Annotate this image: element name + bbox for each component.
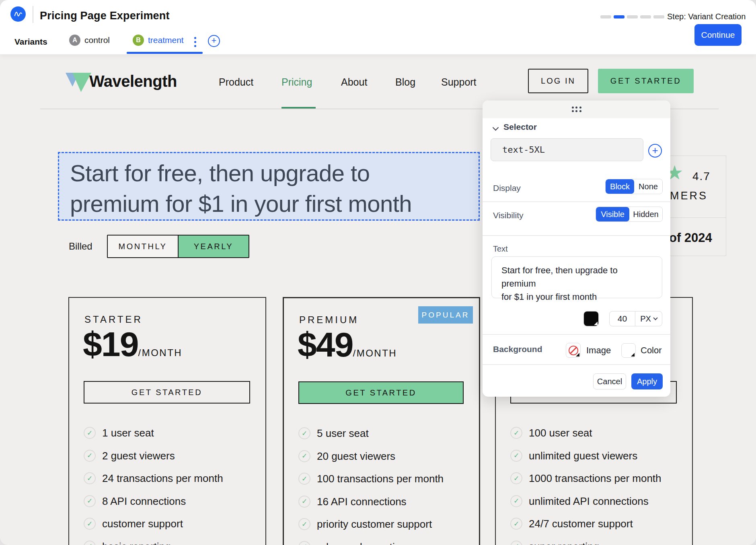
feature-item: ✓basic reporting (69, 541, 265, 545)
plan-price: $49 (298, 325, 353, 365)
feature-text: 1000 transactions per month (529, 472, 662, 484)
feature-item: ✓24 transactions per month (69, 472, 265, 485)
feature-text: 8 API connections (102, 495, 186, 507)
active-tab-underline (127, 52, 203, 54)
background-image-swatch[interactable] (566, 343, 581, 358)
element-editor-panel: Selector + Display Block None Visibility… (483, 100, 670, 397)
feature-item: ✓100 transactions per month (284, 473, 479, 485)
variant-menu-icon[interactable] (193, 36, 197, 48)
add-variant-button[interactable]: + (208, 35, 220, 47)
font-size-input[interactable] (610, 311, 635, 326)
display-segmented-control: Block None (605, 179, 663, 194)
text-color-swatch[interactable] (584, 311, 598, 326)
plan-period: /MONTH (353, 348, 397, 359)
plan-card-starter: STARTER $19 /MONTH GET STARTED ✓1 user s… (68, 297, 266, 545)
check-icon: ✓ (84, 495, 96, 507)
step-progress-bar (600, 15, 664, 18)
variant-tab-control[interactable]: A control (69, 35, 110, 46)
feature-item: ✓2 guest viewers (69, 450, 265, 462)
feature-item: ✓5 user seat (284, 427, 479, 440)
plan-price: $19 (83, 324, 138, 364)
feature-item: ✓24/7 customer support (496, 518, 692, 530)
get-started-nav-button[interactable]: GET STARTED (598, 69, 694, 93)
text-input-line2: for $1 in your first month (501, 290, 652, 303)
nav-link-blog[interactable]: Blog (395, 76, 415, 88)
feature-item: ✓16 API connections (284, 496, 479, 508)
feature-item: ✓super reporting (496, 541, 692, 545)
variants-label: Variants (14, 37, 47, 47)
text-input-line1: Start for free, then upgrade to premium (501, 264, 652, 290)
progress-segment-active (614, 15, 625, 18)
feature-text: unlimited API connections (529, 495, 649, 507)
check-icon: ✓ (510, 541, 522, 545)
font-unit-dropdown[interactable]: PX (635, 311, 662, 326)
feature-text: advanced reporting (317, 541, 407, 545)
add-selector-button[interactable]: + (648, 144, 662, 158)
progress-segment (600, 15, 611, 18)
plan-price-row: $49 /MONTH (298, 325, 397, 365)
headline-line2: premium for $1 in your first month (70, 188, 479, 219)
check-icon: ✓ (510, 427, 522, 439)
feature-list: ✓100 user seat ✓unlimited guest viewers … (496, 427, 692, 545)
variant-a-name: control (84, 35, 110, 45)
background-color-label: Color (641, 345, 662, 356)
visibility-option-hidden[interactable]: Hidden (629, 207, 662, 221)
login-button[interactable]: LOG IN (528, 69, 588, 93)
variant-a-badge: A (69, 35, 80, 46)
text-input[interactable]: Start for free, then upgrade to premium … (491, 256, 662, 298)
panel-divider (483, 235, 670, 236)
feature-text: 24/7 customer support (529, 518, 633, 530)
plan-period: /MONTH (138, 347, 183, 359)
apply-button[interactable]: Apply (631, 373, 663, 389)
check-icon: ✓ (510, 450, 522, 462)
feature-item: ✓1000 transactions per month (496, 472, 692, 485)
feature-list: ✓1 user seat ✓2 guest viewers ✓24 transa… (69, 427, 265, 545)
display-option-none[interactable]: None (634, 179, 662, 194)
check-icon: ✓ (298, 473, 310, 485)
feature-item: ✓8 API connections (69, 495, 265, 508)
check-icon: ✓ (298, 496, 310, 508)
plan-name: PREMIUM (299, 314, 359, 326)
check-icon: ✓ (510, 495, 522, 507)
feature-list: ✓5 user seat ✓20 guest viewers ✓100 tran… (284, 427, 479, 545)
nav-link-pricing[interactable]: Pricing (281, 76, 312, 88)
feature-text: 16 API connections (317, 496, 407, 508)
drag-handle-icon (572, 107, 581, 113)
chevron-down-icon[interactable] (493, 125, 499, 131)
visibility-label: Visibility (493, 211, 523, 220)
nav-link-about[interactable]: About (341, 76, 367, 88)
panel-divider (483, 334, 670, 335)
plan-name: STARTER (84, 314, 143, 325)
variant-tab-treatment[interactable]: B treatment (133, 35, 184, 46)
feature-item: ✓advanced reporting (284, 541, 479, 545)
panel-drag-handle[interactable] (483, 100, 670, 118)
feature-text: 20 guest viewers (317, 450, 395, 462)
continue-button[interactable]: Continue (694, 24, 742, 46)
variant-b-name: treatment (148, 35, 184, 45)
billing-option-monthly[interactable]: MONTHLY (108, 236, 178, 257)
progress-segment (640, 15, 651, 18)
nav-link-support[interactable]: Support (441, 76, 477, 88)
visibility-option-visible[interactable]: Visible (596, 207, 629, 221)
selector-input[interactable] (491, 138, 643, 161)
nav-link-product[interactable]: Product (219, 76, 253, 88)
get-started-starter-button[interactable]: GET STARTED (84, 381, 250, 404)
cancel-button[interactable]: Cancel (593, 373, 626, 389)
check-icon: ✓ (510, 472, 522, 484)
background-color-swatch[interactable] (621, 343, 636, 358)
background-label: Background (493, 344, 542, 354)
selected-headline-element[interactable]: Start for free, then upgrade to premium … (58, 152, 480, 221)
feature-text: priority customer support (317, 518, 432, 530)
popular-badge: POPULAR (418, 306, 473, 324)
billing-option-yearly[interactable]: YEARLY (178, 236, 249, 257)
display-option-block[interactable]: Block (606, 179, 634, 194)
feature-text: super reporting (529, 541, 599, 545)
feature-item: ✓customer support (69, 518, 265, 530)
wave-glyph (13, 9, 23, 19)
feature-item: ✓20 guest viewers (284, 450, 479, 463)
feature-item: ✓1 user seat (69, 427, 265, 439)
get-started-premium-button[interactable]: GET STARTED (298, 381, 464, 404)
progress-segment (653, 15, 664, 18)
background-image-label: Image (586, 345, 611, 356)
feature-text: 2 guest viewers (102, 450, 175, 462)
